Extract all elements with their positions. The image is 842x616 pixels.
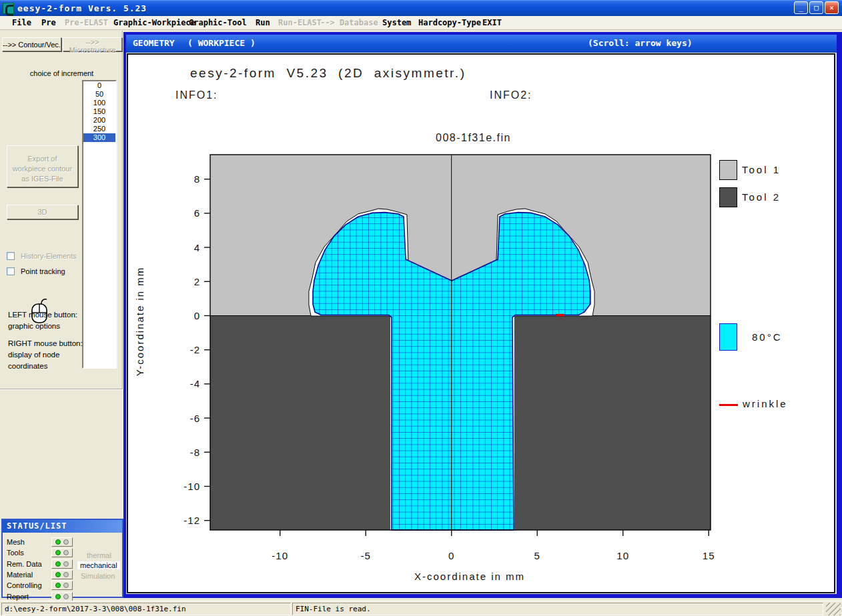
header-workpiece: ( WORKPIECE ) — [187, 38, 256, 48]
menu-hardcopy-type[interactable]: Hardcopy-Type — [418, 18, 481, 27]
menu-graphic-workpiece[interactable]: Graphic-Workpiece — [113, 18, 195, 27]
status-row-rem-data: Rem. Data — [3, 559, 76, 570]
gray-indicator — [63, 561, 69, 567]
export-line2: workpiece contour — [7, 164, 77, 174]
status-row-label: Rem. Data — [7, 560, 42, 568]
mouse-hint-left-2: graphic options — [8, 321, 77, 332]
close-button[interactable]: ✕ — [825, 1, 839, 14]
legend-wrinkle-line — [719, 404, 738, 406]
y-tick-label: -6 — [190, 413, 200, 424]
increment-option-50[interactable]: 50 — [83, 90, 115, 99]
status-row-controlling: Controlling — [3, 581, 76, 591]
export-iges-button: Export of workpiece contour as IGES-File — [7, 145, 78, 187]
y-tick-label: 6 — [194, 207, 200, 219]
app-icon — [3, 3, 14, 14]
status-indicator-button[interactable] — [51, 581, 73, 590]
increment-option-250[interactable]: 250 — [83, 125, 115, 133]
history-elements-label: History-Elements — [21, 252, 77, 260]
menu-system[interactable]: System — [382, 18, 411, 27]
gray-indicator — [63, 583, 69, 588]
export-line1: Export of — [7, 154, 77, 164]
gray-indicator — [63, 539, 69, 545]
resize-grip[interactable] — [826, 603, 841, 615]
x-tick-label: 5 — [534, 550, 540, 561]
status-row-material: Material — [3, 570, 76, 581]
y-tick-label: -12 — [183, 515, 200, 526]
y-tick-label: -2 — [190, 344, 200, 355]
status-row-label: Material — [7, 571, 33, 579]
increment-option-150[interactable]: 150 — [83, 107, 115, 116]
mouse-hint-right-3: coordinates — [8, 361, 83, 372]
increment-option-100[interactable]: 100 — [83, 99, 115, 107]
status-indicator-button[interactable] — [51, 548, 73, 557]
export-line3: as IGES-File — [7, 174, 77, 184]
green-indicator — [55, 583, 61, 588]
status-indicator-button[interactable] — [51, 537, 73, 547]
sidebar-panel: -->> Contour/Vec. -->> Microstructure ch… — [0, 31, 123, 390]
y-tick-label: -10 — [183, 481, 200, 492]
status-row-label: Report — [7, 593, 29, 601]
point-tracking-checkbox[interactable] — [7, 267, 15, 275]
increment-listbox[interactable]: 050100150200250300 — [82, 80, 117, 369]
green-indicator — [55, 539, 61, 545]
legend-tool2-swatch — [719, 187, 737, 207]
status-row-label: Controlling — [7, 581, 42, 589]
increment-option-0[interactable]: 0 — [83, 81, 115, 90]
menu-pre[interactable]: Pre — [41, 18, 56, 27]
menu-graphic-tool[interactable]: Graphic-Tool — [189, 18, 247, 27]
y-tick-label: 4 — [194, 242, 200, 253]
title-bar[interactable]: eesy-2-form Vers. 5.23 _ □ ✕ — [0, 0, 842, 16]
minimize-button[interactable]: _ — [794, 1, 808, 14]
legend-temperature-swatch — [719, 323, 737, 351]
green-indicator — [55, 561, 61, 567]
status-row-label: Tools — [7, 549, 24, 557]
menu-run[interactable]: Run — [256, 18, 270, 27]
y-axis-title: Y-coordinate in mm — [134, 267, 145, 377]
increment-option-300[interactable]: 300 — [83, 133, 115, 142]
y-tick-label: 2 — [194, 276, 200, 287]
thermal-label: thermal — [87, 551, 111, 559]
y-tick-label: 8 — [194, 173, 200, 185]
legend-tool1-swatch — [719, 160, 737, 180]
menu--database: --> Database — [320, 18, 378, 27]
x-axis-ticks: -10-5051015 — [272, 530, 715, 561]
status-row-tools: Tools — [3, 548, 76, 559]
green-indicator — [55, 572, 61, 577]
menu-exit[interactable]: EXIT — [482, 18, 502, 27]
gray-indicator — [63, 550, 69, 555]
geometry-header: GEOMETRY ( WORKPIECE ) (Scroll: arrow ke… — [126, 35, 837, 53]
status-indicator-button[interactable] — [51, 559, 73, 569]
plot-page: -10-5051015 86420-2-4-6-8-10-12 X-coordi… — [127, 53, 835, 593]
header-geometry: GEOMETRY — [133, 38, 175, 48]
menu-bar: FilePrePre-ELASTGraphic-WorkpieceGraphic… — [0, 16, 842, 30]
contour-vec-button[interactable]: -->> Contour/Vec. — [2, 37, 61, 51]
y-tick-label: 0 — [194, 310, 200, 321]
y-tick-label: -4 — [190, 378, 200, 389]
menu-file[interactable]: File — [12, 18, 31, 27]
y-axis-ticks: 86420-2-4-6-8-10-12 — [183, 173, 210, 526]
info1-label: INFO1: — [175, 89, 218, 101]
window-title: eesy-2-form Vers. 5.23 — [17, 3, 147, 13]
status-indicator-button[interactable] — [51, 570, 73, 579]
status-list-title[interactable]: STATUS/LIST — [3, 520, 122, 533]
status-row-mesh: Mesh — [3, 537, 76, 548]
x-tick-label: -10 — [272, 550, 288, 561]
menu-run-elast: Run-ELAST — [278, 18, 322, 27]
x-tick-label: 0 — [448, 550, 454, 561]
status-row-label: Mesh — [7, 538, 25, 546]
status-list-panel: STATUS/LIST MeshToolsRem. DataMaterialCo… — [1, 519, 123, 598]
green-indicator — [55, 594, 61, 599]
status-indicator-button[interactable] — [51, 592, 73, 601]
main-panel: GEOMETRY ( WORKPIECE ) (Scroll: arrow ke… — [123, 32, 842, 598]
legend-tool2-label: Tool 2 — [742, 191, 781, 203]
header-scroll-hint: (Scroll: arrow keys) — [588, 38, 693, 48]
maximize-button[interactable]: □ — [809, 1, 823, 14]
menu-pre-elast: Pre-ELAST — [65, 18, 108, 27]
increment-option-200[interactable]: 200 — [83, 116, 115, 125]
legend-wrinkle-label: wrinkle — [743, 398, 788, 409]
info2-label: INFO2: — [490, 89, 532, 101]
x-axis-title: X-coordinate in mm — [414, 571, 525, 582]
y-tick-label: -8 — [190, 447, 200, 458]
x-tick-label: 15 — [703, 550, 715, 561]
mouse-hint-right-1: RIGHT mouse button: — [8, 338, 83, 349]
